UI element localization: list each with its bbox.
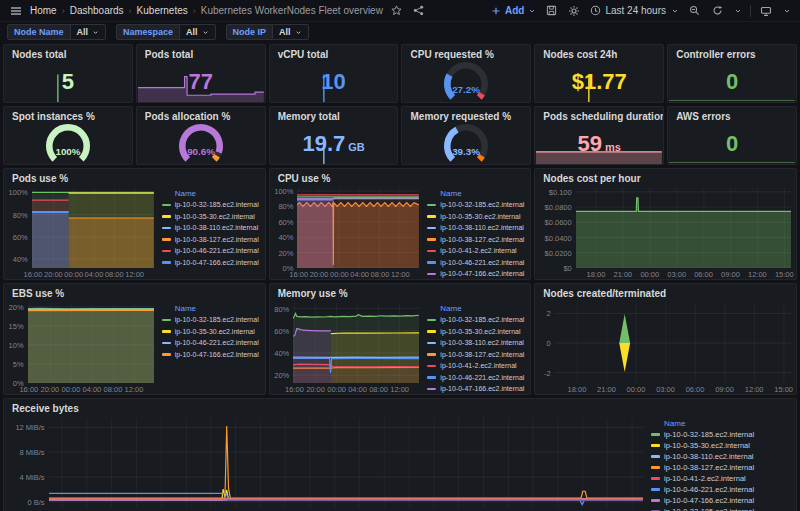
legend-item[interactable]: ip-10-0-38-127.ec2.internal (651, 462, 789, 473)
menu-icon[interactable] (8, 3, 24, 19)
series-name: ip-10-0-38-110.ec2.internal (175, 222, 259, 234)
legend-item[interactable]: ip-10-0-38-110.ec2.internal (427, 337, 523, 349)
series-color-swatch (162, 342, 171, 345)
legend-item[interactable]: ip-10-0-32-185.ec2.internal (427, 314, 523, 326)
filter-node-name: Node Name All (7, 24, 106, 40)
legend-item[interactable]: ip-10-0-46-221.ec2.internal (162, 245, 258, 257)
x-tick-label: 09:00 (721, 270, 740, 279)
y-tick-label: $0.0600 (545, 218, 572, 227)
kiosk-mode-icon[interactable] (758, 3, 774, 19)
filter-node-name-value[interactable]: All (71, 24, 107, 40)
collapse-toolbar-chevron-icon[interactable] (781, 3, 792, 19)
chart-plot[interactable] (293, 303, 419, 383)
legend-item[interactable]: ip-10-0-32-185.ec2.internal (162, 199, 258, 211)
x-axis: 16:0020:0000:0004:0008:0012:00 (293, 383, 419, 394)
stat-body: 90.6% (137, 123, 265, 164)
legend-item[interactable]: ip-10-0-38-127.ec2.internal (427, 234, 523, 246)
legend-item[interactable]: ip-10-0-47-166.ec2.internal (427, 383, 523, 394)
refresh-interval-chevron-icon[interactable] (732, 3, 743, 19)
series-color-swatch (651, 466, 660, 469)
legend-item[interactable]: ip-10-0-46-221.ec2.internal (162, 337, 258, 349)
star-icon[interactable] (389, 3, 405, 19)
stat-number: 10 (321, 71, 345, 93)
legend-item[interactable]: ip-10-0-46-221.ec2.internal (427, 257, 523, 269)
x-tick-label: 12:00 (391, 270, 410, 279)
stat-number: $1.77 (572, 71, 627, 93)
y-tick-label: 0 B/s (28, 497, 45, 506)
legend-item[interactable]: ip-10-0-32-185.ec2.internal (427, 199, 523, 211)
x-tick-label: 00:00 (330, 270, 349, 279)
series-name: ip-10-0-38-110.ec2.internal (664, 451, 754, 462)
filter-node-ip-value[interactable]: All (273, 24, 309, 40)
legend-item[interactable]: ip-10-0-35-30.ec2.internal (162, 211, 258, 223)
filter-namespace-value[interactable]: All (180, 24, 216, 40)
series-color-swatch (162, 215, 171, 218)
legend-header[interactable]: Name (664, 419, 789, 428)
legend-item[interactable]: ip-10-0-41-2.ec2.internal (651, 473, 789, 484)
legend-item[interactable]: ip-10-0-47-166.ec2.internal (162, 349, 258, 361)
chart-plot[interactable] (28, 303, 154, 383)
y-tick-label: 20% (9, 302, 24, 311)
series-color-swatch (651, 477, 660, 480)
x-tick-label: 04:00 (350, 270, 369, 279)
series-name: ip-10-0-47-166.ec2.internal (440, 383, 524, 394)
legend-item[interactable]: ip-10-0-46-221.ec2.internal (427, 372, 523, 384)
stat-body: 19.7GB (270, 123, 398, 164)
legend-item[interactable]: ip-10-0-38-110.ec2.internal (162, 222, 258, 234)
breadcrumb-separator: › (193, 6, 196, 16)
svg-text:90.6%: 90.6% (187, 146, 215, 157)
stat-number: 0 (726, 71, 738, 93)
stat-body: 27.2% (402, 61, 530, 102)
legend-item[interactable]: ip-10-0-38-110.ec2.internal (651, 451, 789, 462)
legend-item[interactable]: ip-10-0-41-2.ec2.internal (427, 360, 523, 372)
add-button[interactable]: Add (491, 3, 536, 19)
chart-plot[interactable] (297, 188, 419, 268)
x-tick-label: 12:00 (748, 270, 767, 279)
breadcrumb-dashboards[interactable]: Dashboards (70, 5, 124, 16)
chart-plot[interactable] (576, 188, 791, 268)
legend-header[interactable]: Name (175, 304, 258, 313)
save-dashboard-icon[interactable] (543, 3, 559, 19)
x-axis: 16:0020:0000:0004:0008:0012:00 (28, 383, 154, 394)
series-color-swatch (427, 215, 436, 218)
series-color-swatch (427, 342, 436, 345)
legend-item[interactable]: ip-10-0-32-185.ec2.internal (651, 429, 789, 440)
dashboard-canvas: Nodes total5Pods total77vCPU total10CPU … (0, 42, 800, 508)
legend-header[interactable]: Name (440, 304, 523, 313)
legend-item[interactable]: ip-10-0-38-110.ec2.internal (427, 222, 523, 234)
stat-body: 10 (270, 61, 398, 102)
legend-item[interactable]: ip-10-0-35-30.ec2.internal (651, 440, 789, 451)
chart-plot[interactable] (49, 418, 643, 508)
zoom-out-icon[interactable] (686, 3, 702, 19)
chart-plot[interactable] (32, 188, 154, 268)
time-range-picker[interactable]: Last 24 hours (589, 3, 679, 19)
legend-item[interactable]: ip-10-0-35-30.ec2.internal (162, 326, 258, 338)
legend-item[interactable]: ip-10-0-35-30.ec2.internal (427, 326, 523, 338)
chart-plot[interactable] (555, 303, 791, 383)
legend-item[interactable]: ip-10-0-41-2.ec2.internal (427, 245, 523, 257)
legend-header[interactable]: Name (440, 189, 523, 198)
share-icon[interactable] (411, 3, 427, 19)
refresh-icon[interactable] (709, 3, 725, 19)
settings-gear-icon[interactable] (566, 3, 582, 19)
legend-item[interactable]: ip-10-0-35-30.ec2.internal (427, 211, 523, 223)
series-color-swatch (427, 204, 436, 207)
stat-number: 19.7 (302, 133, 345, 155)
breadcrumb-kubernetes[interactable]: Kubernetes (137, 5, 188, 16)
chart-legend: Nameip-10-0-32-185.ec2.internalip-10-0-3… (154, 188, 260, 279)
y-tick-label: 80% (13, 210, 28, 219)
breadcrumb-home[interactable]: Home (30, 5, 57, 16)
gauge: 100% (4, 123, 132, 164)
x-tick-label: 04:00 (348, 385, 367, 394)
legend-item[interactable]: ip-10-0-47-166.ec2.internal (427, 268, 523, 279)
legend-item[interactable]: ip-10-0-47-166.ec2.internal (651, 495, 789, 506)
x-tick-label: 18:00 (587, 270, 606, 279)
legend-item[interactable]: ip-10-0-38-127.ec2.internal (427, 349, 523, 361)
legend-item[interactable]: ip-10-0-47-166.ec2.internal (162, 257, 258, 269)
legend-header[interactable]: Name (175, 189, 258, 198)
legend-item[interactable]: ip-10-0-46-221.ec2.internal (651, 484, 789, 495)
legend-item[interactable]: ip-10-0-32-185.ec2.internal (162, 314, 258, 326)
series-name: ip-10-0-38-127.ec2.internal (175, 234, 259, 246)
legend-item[interactable]: ip-10-0-32-185.ec2.internal (651, 506, 789, 511)
legend-item[interactable]: ip-10-0-38-127.ec2.internal (162, 234, 258, 246)
